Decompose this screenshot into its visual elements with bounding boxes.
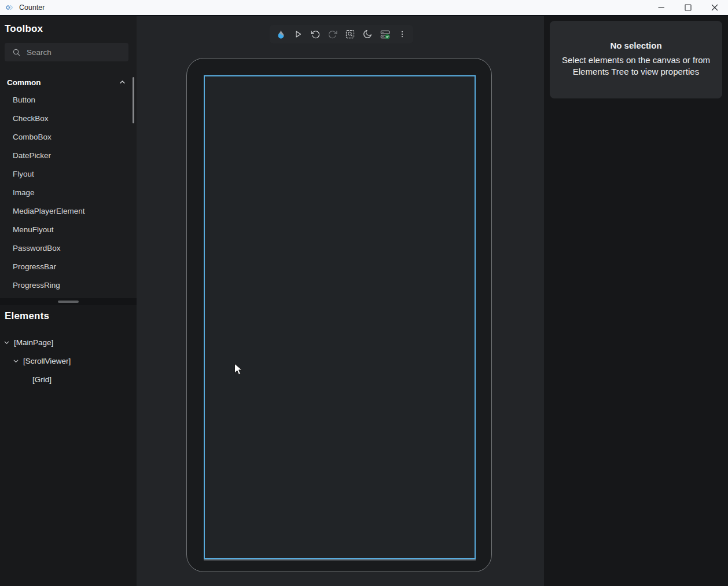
no-selection-title: No selection xyxy=(550,41,722,50)
tree-item-label: [Grid] xyxy=(32,375,52,384)
design-canvas[interactable] xyxy=(137,16,544,586)
redo-button[interactable] xyxy=(324,25,341,43)
connection-status-button[interactable] xyxy=(376,25,394,43)
properties-panel: No selection Select elements on the canv… xyxy=(544,16,728,586)
toolbox-item-button[interactable]: Button xyxy=(0,90,133,109)
search-input[interactable] xyxy=(27,48,119,57)
undo-button[interactable] xyxy=(307,25,324,43)
zoom-to-selection-icon xyxy=(345,29,355,39)
window-title: Counter xyxy=(19,3,45,12)
section-label: Common xyxy=(7,78,41,87)
toolbox-title: Toolbox xyxy=(5,23,43,35)
maximize-button[interactable] xyxy=(675,0,701,15)
tree-item-label: [MainPage] xyxy=(14,338,53,347)
hot-design-flame-icon xyxy=(275,29,286,40)
uno-platform-logo-icon xyxy=(5,3,14,12)
play-button[interactable] xyxy=(289,25,307,43)
chevron-up-icon xyxy=(119,79,126,86)
toolbox-panel: Toolbox Common Button CheckBox ComboBox … xyxy=(0,16,137,586)
hot-design-button[interactable] xyxy=(272,25,289,43)
search-icon xyxy=(12,48,21,57)
minimize-icon xyxy=(658,4,665,11)
toolbox-item-checkbox[interactable]: CheckBox xyxy=(0,109,133,127)
tree-item-scrollviewer[interactable]: [ScrollViewer] xyxy=(0,351,137,370)
toolbox-list: Button CheckBox ComboBox DatePicker Flyo… xyxy=(0,90,133,294)
minimize-button[interactable] xyxy=(648,0,675,15)
toolbox-item-mediaplayerelement[interactable]: MediaPlayerElement xyxy=(0,202,133,220)
toolbox-item-datepicker[interactable]: DatePicker xyxy=(0,146,133,164)
maximize-icon xyxy=(685,4,692,11)
elements-title: Elements xyxy=(5,310,49,322)
design-toolbar xyxy=(270,25,413,43)
close-button[interactable] xyxy=(701,0,728,15)
more-options-button[interactable] xyxy=(394,25,411,43)
elements-tree: [MainPage] [ScrollViewer] [Grid] xyxy=(0,333,137,389)
toolbox-item-passwordbox[interactable]: PasswordBox xyxy=(0,239,133,257)
no-selection-card: No selection Select elements on the canv… xyxy=(550,21,722,98)
toolbox-scrollbar[interactable] xyxy=(133,77,134,123)
toolbox-item-combobox[interactable]: ComboBox xyxy=(0,127,133,146)
titlebar: Counter xyxy=(0,0,728,16)
toolbox-item-flyout[interactable]: Flyout xyxy=(0,164,133,183)
window-controls xyxy=(648,0,728,15)
tree-item-mainpage[interactable]: [MainPage] xyxy=(0,333,137,351)
resize-grip-icon xyxy=(58,301,79,303)
zoom-to-selection-button[interactable] xyxy=(341,25,359,43)
toolbox-section-common[interactable]: Common xyxy=(0,74,132,90)
theme-toggle-button[interactable] xyxy=(359,25,376,43)
theme-moon-icon xyxy=(362,29,373,39)
close-icon xyxy=(711,4,718,11)
device-frame xyxy=(186,58,492,572)
toolbox-search xyxy=(5,43,128,61)
toolbox-item-image[interactable]: Image xyxy=(0,183,133,202)
connection-status-icon xyxy=(380,29,391,40)
tree-item-grid[interactable]: [Grid] xyxy=(0,370,137,389)
play-icon xyxy=(293,29,303,39)
chevron-down-icon[interactable] xyxy=(12,358,19,364)
elements-panel: Elements [MainPage] [ScrollViewer] [Grid… xyxy=(0,305,137,586)
toolbox-item-menuflyout[interactable]: MenuFlyout xyxy=(0,220,133,239)
undo-icon xyxy=(310,29,321,39)
more-options-icon xyxy=(398,29,407,39)
panel-resize-handle[interactable] xyxy=(0,298,137,305)
toolbox-item-progressbar[interactable]: ProgressBar xyxy=(0,257,133,276)
tree-item-label: [ScrollViewer] xyxy=(23,357,71,365)
toolbox-item-progressring[interactable]: ProgressRing xyxy=(0,276,133,294)
device-screen-root-grid[interactable] xyxy=(204,75,476,559)
no-selection-message: Select elements on the canvas or from El… xyxy=(554,54,718,78)
chevron-down-icon[interactable] xyxy=(3,339,10,346)
redo-icon xyxy=(328,29,338,39)
